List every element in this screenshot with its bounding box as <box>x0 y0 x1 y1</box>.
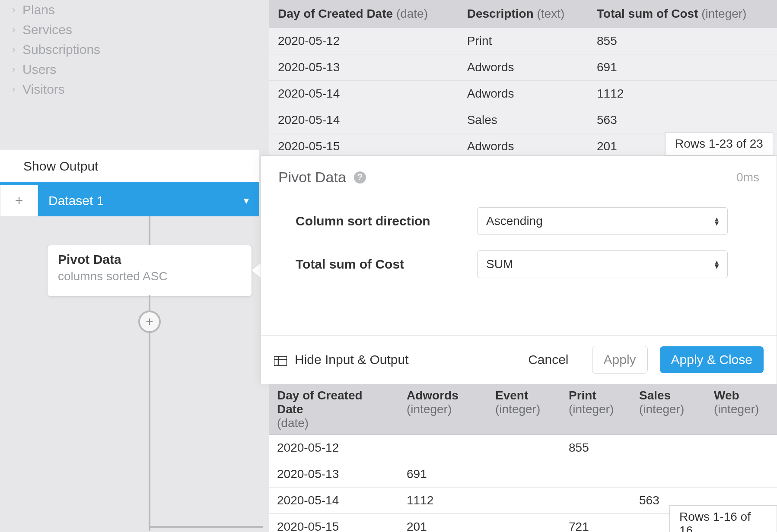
cell: 691 <box>399 461 487 488</box>
table-row[interactable]: 2020-05-13691 <box>269 461 777 488</box>
cell: 855 <box>588 28 777 54</box>
col-name: Web <box>714 389 739 402</box>
cell <box>631 435 706 461</box>
col-name: Day of Created Date <box>277 389 363 416</box>
col-type: (integer) <box>639 402 698 416</box>
dataset-bar: + Dataset 1 ▼ <box>0 185 259 216</box>
cell <box>706 461 777 488</box>
aggregate-select[interactable]: SUM ▴▾ <box>477 250 728 278</box>
cell: 2020-05-15 <box>269 514 399 532</box>
sidebar-item-plans[interactable]: ›Plans <box>12 0 254 20</box>
table-row[interactable]: 2020-05-14Adwords1112 <box>269 81 777 107</box>
column-header[interactable]: Total sum of Cost (integer) <box>588 0 777 28</box>
column-header[interactable]: Event(integer) <box>487 384 561 435</box>
sort-direction-label: Column sort direction <box>296 214 477 228</box>
cell: 2020-05-14 <box>269 81 459 107</box>
table-row[interactable]: 2020-05-13Adwords691 <box>269 54 777 81</box>
col-name: Total sum of Cost <box>597 7 698 20</box>
cell: 2020-05-13 <box>269 54 459 81</box>
column-header[interactable]: Sales(integer) <box>631 384 706 435</box>
cell: 691 <box>588 54 777 81</box>
select-value: SUM <box>486 257 513 271</box>
sidebar-nav: ›Plans ›Services ›Subscriptions ›Users ›… <box>12 0 254 99</box>
col-type: (date) <box>396 7 428 20</box>
chevron-right-icon: › <box>12 64 22 75</box>
node-subtitle: columns sorted ASC <box>58 269 241 283</box>
chevron-right-icon: › <box>12 4 22 16</box>
col-type: (integer) <box>407 402 480 416</box>
form-row-agg: Total sum of Cost SUM ▴▾ <box>296 250 759 278</box>
cell <box>487 488 561 514</box>
table-row[interactable]: 2020-05-14Sales563 <box>269 107 777 133</box>
column-header[interactable]: Print(integer) <box>561 384 631 435</box>
cell: Print <box>459 28 588 54</box>
panel-footer: Hide Input & Output Cancel Apply Apply &… <box>261 335 777 384</box>
cell: Adwords <box>459 54 588 81</box>
dataset-tab[interactable]: Dataset 1 <box>38 185 233 216</box>
column-header[interactable]: Web(integer) <box>706 384 777 435</box>
cell <box>561 461 631 488</box>
column-header[interactable]: Day of Created Date (date) <box>269 0 459 28</box>
sidebar-item-users[interactable]: ›Users <box>12 60 254 79</box>
show-output-label: Show Output <box>23 159 98 174</box>
column-header[interactable]: Day of Created Date(date) <box>269 384 399 435</box>
cell <box>706 435 777 461</box>
cell: 2020-05-14 <box>269 488 399 514</box>
panel-timing: 0ms <box>736 171 759 184</box>
sidebar-item-label: Visitors <box>22 82 65 97</box>
column-header[interactable]: Description (text) <box>459 0 588 28</box>
triangle-down-icon: ▼ <box>242 196 251 206</box>
col-type: (date) <box>277 416 391 430</box>
button-label: Apply <box>604 352 636 367</box>
col-type: (text) <box>537 7 564 20</box>
hide-io-button[interactable]: Hide Input & Output <box>274 352 409 367</box>
cell: Sales <box>459 107 588 133</box>
cell: 2020-05-14 <box>269 107 459 133</box>
show-output-button[interactable]: Show Output <box>0 150 259 182</box>
cell: 855 <box>561 435 631 461</box>
table-row[interactable]: 2020-05-12855 <box>269 435 777 461</box>
sidebar-item-label: Services <box>22 22 72 37</box>
col-name: Event <box>495 389 528 402</box>
cell <box>487 435 561 461</box>
dataset-dropdown-button[interactable]: ▼ <box>233 185 259 216</box>
help-icon[interactable]: ? <box>354 171 366 184</box>
accent-bar <box>0 182 259 185</box>
rows-count-badge: Rows 1-23 of 23 <box>665 132 773 155</box>
cancel-button[interactable]: Cancel <box>517 346 580 373</box>
aggregate-label: Total sum of Cost <box>296 257 477 272</box>
connector-line <box>149 216 150 247</box>
cell: 2020-05-12 <box>269 435 399 461</box>
add-dataset-button[interactable]: + <box>0 185 38 216</box>
rows-count-badge: Rows 1-16 of 16 <box>669 505 777 532</box>
sort-direction-select[interactable]: Ascending ▴▾ <box>477 207 728 235</box>
cell: 2020-05-13 <box>269 461 399 488</box>
sidebar-item-services[interactable]: ›Services <box>12 20 254 40</box>
panel-title: Pivot Data ? <box>278 169 366 186</box>
add-step-button[interactable]: + <box>138 310 161 333</box>
col-type: (integer) <box>714 402 770 416</box>
pivot-node-card[interactable]: Pivot Data columns sorted ASC <box>47 245 252 297</box>
rows-badge-text: Rows 1-16 of 16 <box>679 510 751 532</box>
sidebar-item-label: Plans <box>22 3 55 17</box>
cell: 2020-05-12 <box>269 28 459 54</box>
chevron-right-icon: › <box>12 84 22 95</box>
col-type: (integer) <box>569 402 624 416</box>
cell: 1112 <box>399 488 487 514</box>
sidebar-item-label: Subscriptions <box>22 42 100 57</box>
apply-button[interactable]: Apply <box>592 346 648 374</box>
col-type: (integer) <box>495 402 553 416</box>
rows-badge-text: Rows 1-23 of 23 <box>675 137 763 150</box>
apply-close-button[interactable]: Apply & Close <box>660 346 764 373</box>
panel-form: Column sort direction Ascending ▴▾ Total… <box>261 190 777 302</box>
cell <box>487 514 561 532</box>
table-row[interactable]: 2020-05-12Print855 <box>269 28 777 54</box>
cell <box>487 461 561 488</box>
cell <box>399 435 487 461</box>
plus-icon: + <box>146 314 153 329</box>
svg-rect-0 <box>274 356 287 366</box>
column-header[interactable]: Adwords(integer) <box>399 384 487 435</box>
pointer-icon <box>252 263 261 278</box>
sidebar-item-subscriptions[interactable]: ›Subscriptions <box>12 40 254 60</box>
sidebar-item-visitors[interactable]: ›Visitors <box>12 79 254 99</box>
